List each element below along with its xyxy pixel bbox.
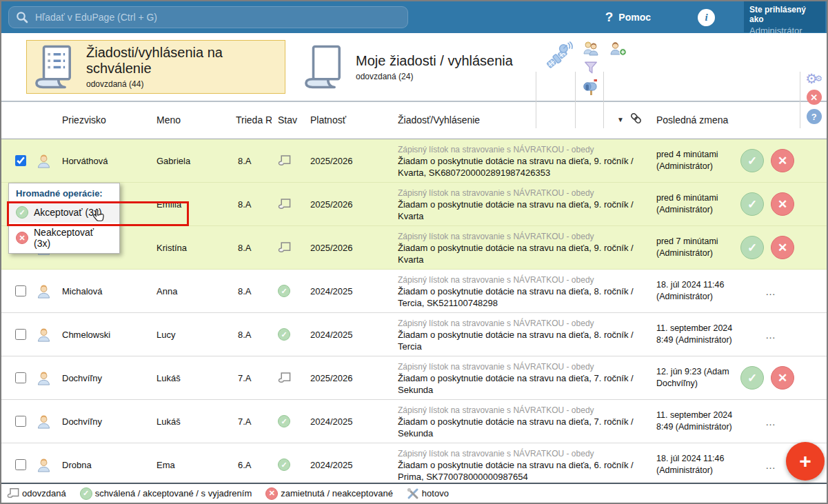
name-cell: Lukáš <box>156 400 234 443</box>
approve-button[interactable]: ✓ <box>740 366 764 390</box>
approve-button[interactable]: ✓ <box>740 236 764 259</box>
menu-item-accept[interactable]: ✓ Akceptovať (3x) <box>9 202 119 223</box>
status-cell <box>278 356 305 399</box>
surname-cell: Dochvíľny <box>62 356 155 399</box>
approve-button[interactable]: ✓ <box>740 149 764 172</box>
filter-funnel-icon[interactable] <box>583 61 598 75</box>
approved-check-icon: ✓ <box>80 487 92 500</box>
last-change-cell: pred 6 minútami (Administrátor) <box>656 183 740 225</box>
request-text: Žiadam o poskytnutie dotácie na stravu n… <box>398 416 649 440</box>
checkbox-cell <box>15 400 26 443</box>
student-avatar <box>36 327 52 343</box>
link-icon[interactable] <box>629 112 643 127</box>
validity-cell: 2024/2025 <box>310 313 390 356</box>
mailbox-icon[interactable] <box>582 79 600 97</box>
col-status: Stav <box>278 114 297 125</box>
avatar-cell <box>36 443 52 485</box>
checkbox-cell <box>15 313 26 356</box>
actions-cell: … <box>740 270 827 312</box>
reject-button[interactable]: ✕ <box>771 192 794 216</box>
request-cell: Zápisný lístok na stravovanie s NÁVRATKO… <box>398 313 649 356</box>
request-text: Žiadam o poskytnutie dotácie na stravu n… <box>398 199 649 223</box>
help-button[interactable]: ? Pomoc <box>605 1 651 33</box>
approve-button[interactable]: ✓ <box>740 192 764 216</box>
class-cell: 8.A <box>238 313 272 356</box>
class-cell: 8.A <box>238 139 272 182</box>
tabs-bar: Žiadosti/vyhlásenia na schválenie odovzd… <box>1 33 827 102</box>
more-actions[interactable]: … <box>765 329 776 341</box>
reject-x-icon: ✕ <box>16 232 28 244</box>
row-checkbox[interactable] <box>15 329 26 340</box>
col-last-change: Posledná zmena <box>656 114 728 125</box>
tab2-title: Moje žiadosti / vyhlásenia <box>356 53 513 69</box>
tools-icon <box>407 487 419 500</box>
request-type: Zápisný lístok na stravovanie s NÁVRATKO… <box>398 362 649 372</box>
request-type: Zápisný lístok na stravovanie s NÁVRATKO… <box>398 405 649 416</box>
add-person-icon[interactable] <box>609 40 627 57</box>
col-surname: Priezvisko <box>62 114 106 125</box>
request-cell: Zápisný lístok na stravovanie s NÁVRATKO… <box>398 356 649 399</box>
request-type: Zápisný lístok na stravovanie s NÁVRATKO… <box>398 145 649 155</box>
add-button[interactable]: + <box>786 442 825 481</box>
last-change-cell: 18. júl 2024 11:46 (Administrátor) <box>656 443 740 485</box>
row-checkbox[interactable] <box>15 372 26 383</box>
row-checkbox[interactable] <box>15 155 26 166</box>
info-icon[interactable]: i <box>698 9 715 26</box>
validity-cell: 2025/2026 <box>310 356 390 399</box>
request-type: Zápisný lístok na stravovanie s NÁVRATKO… <box>398 275 649 285</box>
filter-dropdown-icon[interactable]: ▼ <box>617 116 624 123</box>
request-type: Zápisný lístok na stravovanie s NÁVRATKO… <box>398 232 649 242</box>
bulk-operations-menu: Hromadné operácie: ✓ Akceptovať (3x) ✕ N… <box>8 183 120 254</box>
reject-button[interactable]: ✕ <box>771 149 794 172</box>
settings-gears-icon[interactable]: ⚙⚙ <box>805 72 822 85</box>
surname-cell: Drobna <box>62 443 155 485</box>
avatar-cell <box>36 356 52 399</box>
actions-cell: ✓✕ <box>740 139 827 182</box>
tab-my-requests[interactable]: Moje žiadosti / vyhlásenia odovzdaná (24… <box>303 40 531 94</box>
last-change-cell: 11. september 2024 8:49 (Administrátor) <box>656 313 740 356</box>
scroll-blank-icon <box>303 44 346 90</box>
reject-button[interactable]: ✕ <box>771 236 794 259</box>
search-input[interactable]: Hľadať v EduPage (Ctrl + G) <box>8 6 408 28</box>
name-cell: Anna <box>156 270 234 312</box>
row-checkbox[interactable] <box>15 285 26 296</box>
question-mark-icon: ? <box>605 10 614 25</box>
edupage-window: Hľadať v EduPage (Ctrl + G) ? Pomoc i St… <box>0 0 828 504</box>
menu-item-reject[interactable]: ✕ Neakceptovať (3x) <box>9 223 119 253</box>
more-actions[interactable]: … <box>765 459 776 471</box>
request-text: Žiadam o poskytnutie dotácie na stravu n… <box>398 330 649 353</box>
row-checkbox[interactable] <box>15 416 26 427</box>
student-avatar <box>36 153 52 169</box>
more-actions[interactable]: … <box>765 416 776 427</box>
class-cell: 7.A <box>238 400 272 443</box>
help-label: Pomoc <box>618 12 651 23</box>
table-row: DochvíľnyLukáš7.A✓2024/2025Zápisný lísto… <box>1 400 827 443</box>
approve-check-icon: ✓ <box>16 206 28 219</box>
col-class: Trieda R <box>236 114 272 125</box>
validity-cell: 2025/2026 <box>310 139 390 182</box>
surname-cell: Horváthová <box>62 139 155 182</box>
actions-cell: … <box>740 400 827 443</box>
people-icon[interactable] <box>582 40 600 57</box>
more-actions[interactable]: … <box>765 285 776 297</box>
checkbox-cell <box>15 356 26 399</box>
last-change-cell: 11. september 2024 8:49 (Administrátor) <box>656 400 740 443</box>
tab-requests-to-approve[interactable]: Žiadosti/vyhlásenia na schválenie odovzd… <box>26 40 285 94</box>
logged-in-box[interactable]: Ste prihlásený ako Administrátor <box>744 1 825 32</box>
request-text: Žiadam o poskytnutie dotácie na stravu n… <box>398 460 649 483</box>
table-row: HorváthováGabriela8.A2025/2026Zápisný lí… <box>1 139 827 183</box>
status-cell <box>278 226 305 269</box>
row-checkbox[interactable] <box>15 459 26 470</box>
request-cell: Zápisný lístok na stravovanie s NÁVRATKO… <box>398 443 649 485</box>
surname-cell: Michalová <box>62 270 155 312</box>
name-cell: Lukáš <box>156 356 234 399</box>
submitted-doc-icon <box>7 487 19 498</box>
legend-item: ✕zamietnutá / neakceptované <box>265 487 393 500</box>
reject-button[interactable]: ✕ <box>771 366 794 390</box>
status-cell: ✓ <box>278 443 305 485</box>
satellite-icon[interactable] <box>543 41 574 70</box>
class-cell: 7.A <box>238 356 272 399</box>
bulk-operations-title: Hromadné operácie: <box>9 183 119 202</box>
status-cell <box>278 139 305 182</box>
legend-label: zamietnutá / neakceptované <box>281 488 393 498</box>
